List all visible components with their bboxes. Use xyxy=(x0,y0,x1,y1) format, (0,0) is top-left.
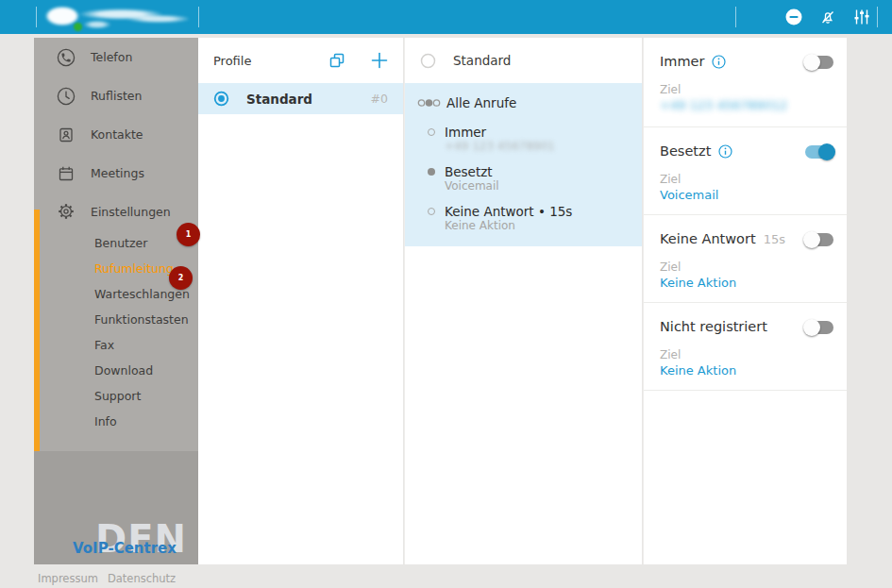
card-title: Besetzt xyxy=(660,143,711,159)
card-besetzt: Besetzt Ziel Voicemail xyxy=(644,127,847,215)
ziel-value-link[interactable]: Voicemail xyxy=(660,188,831,202)
toggle-keine-antwort[interactable] xyxy=(805,233,833,246)
sidebar-item-fax[interactable]: Fax xyxy=(34,332,198,358)
sidebar-item-kontakte[interactable]: Kontakte xyxy=(34,115,198,154)
sidebar-item-ruflisten[interactable]: Ruflisten xyxy=(34,76,198,115)
brand-logo: DFN VoIP-Centrex xyxy=(34,451,198,564)
ziel-label: Ziel xyxy=(660,173,831,186)
card-immer: Immer Ziel +49 123 456789012 xyxy=(644,38,847,127)
sidebar-subitem-label: Download xyxy=(94,363,153,378)
topbar-divider xyxy=(735,7,736,27)
profile-name: Standard xyxy=(246,92,354,107)
ringer-muted-icon[interactable] xyxy=(818,8,837,26)
gear-icon xyxy=(57,202,76,221)
all-calls-row[interactable]: Alle Anrufe xyxy=(405,92,642,114)
card-title: Immer xyxy=(660,54,704,69)
sidebar-item-benutzer[interactable]: Benutzer xyxy=(34,230,198,256)
brand-voip-centrex-text: VoIP-Centrex xyxy=(73,540,177,557)
datenschutz-link[interactable]: Datenschutz xyxy=(108,572,176,585)
card-keine-antwort: Keine Antwort 15s Ziel Keine Aktion xyxy=(644,215,847,303)
phone-icon xyxy=(57,48,76,67)
topbar-divider xyxy=(36,7,37,27)
sidebar-item-download[interactable]: Download xyxy=(34,358,198,383)
call-rules-panel: Alle Anrufe Immer +49 123 45678901 Beset… xyxy=(405,83,642,246)
toggle-immer[interactable] xyxy=(805,56,833,69)
contact-card-icon xyxy=(57,126,76,144)
sidebar-subitem-label: Funktionstasten xyxy=(94,312,189,327)
sidebar-subitem-label: Fax xyxy=(94,338,114,352)
card-timeout-value: 15s xyxy=(764,232,785,246)
sidebar-item-meetings[interactable]: Meetings xyxy=(34,154,198,193)
card-title: Nicht registriert xyxy=(660,319,767,334)
topbar xyxy=(0,0,892,34)
profile-panel-title: Profile xyxy=(213,54,328,68)
sidebar-subitem-label: Warteschlangen xyxy=(94,287,190,301)
rule-value-redacted: +49 123 45678901 xyxy=(445,140,642,154)
sidebar: Telefon Ruflisten Kontakte xyxy=(34,38,198,564)
rule-besetzt[interactable]: Besetzt Voicemail xyxy=(405,164,642,193)
sidebar-item-info[interactable]: Info xyxy=(34,409,198,434)
card-nicht-registriert: Nicht registriert Ziel Keine Aktion xyxy=(644,303,847,391)
sidebar-item-funktionstasten[interactable]: Funktionstasten xyxy=(34,307,198,332)
rule-label: Keine Antwort • 15s xyxy=(445,204,642,219)
duplicate-profile-icon[interactable] xyxy=(328,52,345,69)
rule-value: Keine Aktion xyxy=(445,219,642,233)
all-calls-label: Alle Anrufe xyxy=(446,95,516,110)
calendar-icon xyxy=(57,164,76,183)
info-icon[interactable] xyxy=(712,55,726,69)
rule-label: Besetzt xyxy=(445,164,642,179)
ziel-label: Ziel xyxy=(660,348,831,361)
profile-list-panel: Profile Standard #0 xyxy=(198,38,403,564)
profile-row-standard[interactable]: Standard #0 xyxy=(198,83,403,114)
profile-detail-panel: Standard Alle Anrufe Immer +49 123 45678… xyxy=(404,38,642,564)
radio-selected-icon[interactable] xyxy=(213,91,229,107)
clock-icon xyxy=(57,87,76,106)
ziel-value-link[interactable]: Keine Aktion xyxy=(660,276,831,290)
sidebar-item-support[interactable]: Support xyxy=(34,383,198,409)
rule-immer[interactable]: Immer +49 123 45678901 xyxy=(405,125,642,154)
ziel-label: Ziel xyxy=(660,260,831,274)
rule-keine-antwort[interactable]: Keine Antwort • 15s Keine Aktion xyxy=(405,204,642,233)
sidebar-subitem-label: Benutzer xyxy=(94,236,147,250)
toggle-besetzt[interactable] xyxy=(805,145,833,159)
settings-section-accent-bar xyxy=(34,210,40,451)
toggle-nicht-registriert[interactable] xyxy=(805,321,833,334)
sidebar-item-label: Kontakte xyxy=(91,127,143,142)
step-badge-1: 1 xyxy=(177,223,200,246)
profile-number: #0 xyxy=(371,92,388,106)
ziel-value-link[interactable]: Keine Aktion xyxy=(660,363,831,378)
triple-circle-icon xyxy=(416,97,443,109)
sidebar-item-label: Ruflisten xyxy=(91,89,142,103)
topbar-divider xyxy=(877,7,878,27)
sidebar-item-label: Meetings xyxy=(91,166,144,180)
sidebar-subitem-label: Support xyxy=(94,389,141,403)
info-icon[interactable] xyxy=(718,144,732,159)
sidebar-item-telefon[interactable]: Telefon xyxy=(34,38,198,76)
rule-bullet-icon xyxy=(428,168,435,176)
card-title: Keine Antwort xyxy=(660,231,756,246)
do-not-disturb-icon[interactable] xyxy=(784,8,803,26)
audio-settings-sliders-icon[interactable] xyxy=(852,8,871,26)
logo-green-dot xyxy=(74,23,82,31)
add-profile-icon[interactable] xyxy=(371,52,388,69)
rule-value: Voicemail xyxy=(445,179,642,193)
sidebar-subitem-label: Rufumleitung xyxy=(94,261,174,276)
ziel-value-redacted: +49 123 456789012 xyxy=(660,98,831,112)
impressum-link[interactable]: Impressum xyxy=(38,572,98,585)
page-footer: Impressum Datenschutz xyxy=(38,572,176,585)
ziel-label: Ziel xyxy=(660,83,831,96)
topbar-divider xyxy=(198,7,199,27)
step-badge-2: 2 xyxy=(169,266,193,290)
profile-detail-title: Standard xyxy=(453,53,511,68)
radio-unselected-icon[interactable] xyxy=(420,53,436,69)
sidebar-footer: DFN VoIP-Centrex xyxy=(34,451,198,564)
sidebar-item-label: Telefon xyxy=(91,50,132,64)
logo-redacted xyxy=(45,4,189,30)
forwarding-settings-panel: Immer Ziel +49 123 456789012 Besetzt xyxy=(643,38,847,564)
sidebar-item-label: Einstellungen xyxy=(91,205,171,219)
rule-label: Immer xyxy=(445,125,642,140)
rule-bullet-icon xyxy=(428,128,435,136)
rule-bullet-icon xyxy=(428,208,435,215)
sidebar-item-einstellungen[interactable]: Einstellungen xyxy=(34,193,198,230)
sidebar-subitem-label: Info xyxy=(94,414,117,428)
